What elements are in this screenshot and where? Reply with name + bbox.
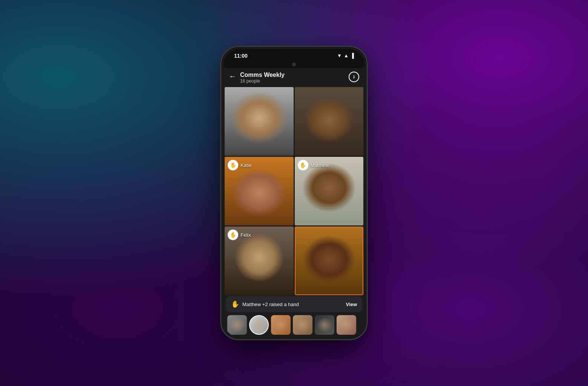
phone-screen: 11:00 ▼ ▲ ▐ ← Comms Weekly 16 people [224, 49, 364, 337]
hand-icon-5: ✋ [228, 230, 238, 240]
meeting-info: Comms Weekly 16 people [240, 72, 285, 84]
header-left: ← Comms Weekly 16 people [229, 72, 285, 84]
thumbnail-5[interactable] [315, 315, 334, 335]
participant-3-label: ✋ Katie [228, 160, 252, 170]
notification-hand-icon: ✋ [231, 300, 239, 308]
phone-frame: 11:00 ▼ ▲ ▐ ← Comms Weekly 16 people [220, 46, 368, 340]
thumbnail-6-face [337, 315, 356, 335]
camera-dot [292, 63, 296, 66]
hand-icon-3: ✋ [228, 160, 238, 170]
status-time: 11:00 [234, 53, 248, 59]
participant-6-video [296, 227, 363, 294]
video-grid: ✋ Katie ✋ Matthew ✋ [224, 86, 364, 296]
participant-1-video [225, 87, 294, 156]
participant-4-label: ✋ Matthew [298, 160, 329, 170]
video-cell-5[interactable]: ✋ Felix [225, 227, 294, 295]
participant-3-name: Katie [240, 162, 252, 168]
thumbnail-strip [224, 312, 364, 337]
thumbnail-4[interactable] [293, 315, 312, 335]
camera-area [224, 63, 364, 68]
app-content: ← Comms Weekly 16 people i [224, 68, 364, 337]
participant-2-video [295, 87, 364, 156]
battery-icon: ▐ [351, 53, 354, 59]
hand-icon-4: ✋ [298, 160, 308, 170]
participant-5-label: ✋ Felix [228, 230, 251, 240]
thumbnail-6[interactable] [337, 315, 356, 335]
header: ← Comms Weekly 16 people i [224, 68, 364, 86]
video-cell-3[interactable]: ✋ Katie [225, 157, 294, 225]
status-bar: 11:00 ▼ ▲ ▐ [224, 49, 364, 63]
status-icons: ▼ ▲ ▐ [337, 53, 354, 59]
thumbnail-1-face [227, 315, 247, 335]
participant-5-name: Felix [240, 232, 251, 238]
thumbnail-1[interactable] [227, 315, 247, 335]
meeting-title: Comms Weekly [240, 72, 285, 78]
thumbnail-2[interactable] [249, 315, 269, 335]
video-cell-1[interactable] [225, 87, 294, 156]
notification-view-button[interactable]: View [346, 302, 357, 307]
meeting-people: 16 people [240, 78, 285, 84]
thumbnail-4-face [293, 315, 312, 335]
thumbnail-2-face [250, 316, 268, 334]
signal-icon: ▲ [344, 53, 349, 59]
video-cell-6[interactable] [295, 227, 364, 295]
back-button[interactable]: ← [229, 72, 236, 81]
wifi-icon: ▼ [337, 53, 342, 59]
info-button[interactable]: i [349, 72, 359, 82]
thumbnail-3[interactable] [271, 315, 291, 335]
video-cell-4[interactable]: ✋ Matthew [295, 157, 364, 225]
raised-hand-notification[interactable]: ✋ Matthew +2 raised a hand View [226, 296, 362, 312]
notification-text: Matthew +2 raised a hand [242, 302, 343, 307]
participant-4-name: Matthew [311, 162, 329, 168]
thumbnail-3-face [271, 315, 291, 335]
video-cell-2[interactable] [295, 87, 364, 156]
thumbnail-5-face [315, 315, 334, 335]
